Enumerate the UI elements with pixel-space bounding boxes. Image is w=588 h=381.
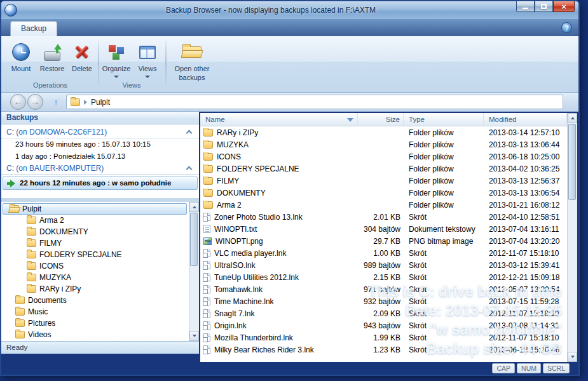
column-header-name[interactable]: Name [200,113,358,126]
file-name: SnagIt 7.lnk [214,309,254,318]
scrollbar-thumb[interactable] [190,213,198,266]
tree-item[interactable]: RARy i ZIPy [1,283,189,295]
app-icon[interactable] [4,4,17,17]
num-lock-indicator: NUM [517,363,541,373]
file-row[interactable]: RARy i ZIPy Folder plików 2013-03-14 12:… [200,126,567,138]
file-modified: 2013-06-18 15:10:46 [484,345,567,354]
file-list-scrollbar[interactable] [567,113,577,362]
file-row[interactable]: Milky Bear Riches Rider 3.lnk 1.23 KB Sk… [200,344,567,356]
file-name: TuneUp Utilities 2012.lnk [214,273,299,282]
scroll-down-button[interactable] [568,352,577,362]
backup-entry-selected[interactable]: 22 hours 12 minutes ago : w samo południ… [3,177,198,190]
tree-item[interactable]: Pictures [1,318,189,329]
help-icon[interactable]: ? [561,22,572,33]
scrollbar-thumb[interactable] [568,124,576,200]
minimize-button[interactable] [516,1,535,12]
file-row[interactable]: WINOPTI.txt 304 bajtów Dokument tekstowy… [200,223,567,235]
column-header-type[interactable]: Type [404,113,484,126]
file-row[interactable]: SnagIt 7.lnk 2.09 KB Skrót 2012-11-07 15… [200,307,567,319]
tree-item[interactable]: FILMY [1,237,189,249]
file-type: Folder plików [404,177,484,185]
collapse-chevron-icon[interactable] [186,130,193,137]
file-row[interactable]: WINOPTI.png 29.7 KB PNG bitmap image 201… [200,235,567,247]
tree-item[interactable]: FOLDERY SPECJALNE [1,249,189,260]
folder-icon [15,297,25,304]
file-name-cell: Mozilla Thunderbird.lnk [200,333,358,342]
scroll-up-button[interactable] [189,202,199,212]
tree-item[interactable]: Videos [1,329,189,340]
scroll-lock-indicator: SCRL [543,363,570,373]
views-button[interactable]: Views [133,39,161,78]
backup-group-row[interactable]: C: (on DOMOWA-C2C6F121) [1,126,199,138]
restore-button[interactable]: Restore [37,39,67,74]
file-name-cell: Zoner Photo Studio 13.lnk [200,213,358,222]
file-name-cell: MUZYKA [200,140,358,149]
tree-item[interactable]: MUZYKA [1,272,189,283]
column-header-modified[interactable]: Modified [484,113,567,126]
backup-group-title[interactable]: C: (on BAUER-KOMPUTER) [6,164,187,173]
file-type: Folder plików [404,164,484,173]
file-modified: 2012-04-10 12:58:51 [484,213,567,222]
file-row[interactable]: Origin.lnk 943 bajtów Skrót 2013-02-08 1… [200,319,567,331]
file-row[interactable]: Time Machine.lnk 932 bajtów Skrót 2013-0… [200,295,567,307]
scroll-down-button[interactable] [189,331,199,341]
file-row[interactable]: FILMY Folder plików 2013-03-13 12:56:37 [200,175,567,187]
delete-button[interactable]: Delete [69,39,95,74]
file-row[interactable]: TuneUp Utilities 2012.lnk 2.15 KB Skrót … [200,271,567,283]
tree-item[interactable]: Documents [1,295,189,306]
organize-button[interactable]: Organize [100,39,132,78]
tree-scrollbar[interactable] [189,202,199,341]
lnk-icon [203,273,210,281]
ribbon-separator [165,41,167,85]
file-row[interactable]: Zoner Photo Studio 13.lnk 2.01 KB Skrót … [200,211,567,223]
organize-icon [106,41,127,63]
minimize-icon [523,8,528,10]
scroll-up-button[interactable] [568,113,577,123]
file-row[interactable]: FOLDERY SPECJALNE Folder plików 2013-04-… [200,163,567,175]
file-row[interactable]: Mozilla Thunderbird.lnk 1.99 KB Skrót 20… [200,331,567,344]
file-row[interactable]: DOKUMENTY Folder plików 2013-03-13 13:06… [200,187,567,199]
tree-item[interactable]: DOKUMENTY [1,226,189,237]
tree-item-label: Arma 2 [39,216,64,225]
file-size: 2.01 KB [358,213,404,222]
folder-icon [203,165,213,173]
titlebar[interactable]: Backup Browser - now displaying backups … [1,1,578,19]
file-row[interactable]: Tomahawk.lnk 971 bajtów Skrót 2013-05-07… [200,283,567,295]
close-button[interactable]: × [553,1,575,12]
file-row[interactable]: UltraISO.lnk 989 bajtów Skrót 2013-03-12… [200,259,567,271]
file-row[interactable]: ICONS Folder plików 2013-06-18 10:25:00 [200,150,567,163]
backup-group-row[interactable]: C: (on BAUER-KOMPUTER) [1,163,199,175]
folder-tree: Pulpit Arma 2 DOKUMENTY FILMY FOLDERY SP… [1,202,189,341]
open-other-backups-button[interactable]: Open other backups [169,39,215,83]
file-name-cell: SnagIt 7.lnk [200,309,358,318]
file-row[interactable]: Arma 2 Folder plików 2013-01-21 16:08:12 [200,199,567,211]
file-name-cell: TuneUp Utilities 2012.lnk [200,273,358,282]
tree-item-label: Documents [28,296,67,305]
tree-item-label: Pictures [28,319,55,328]
forward-button[interactable]: → [27,94,43,110]
tree-item[interactable]: Arma 2 [1,215,189,226]
file-row[interactable]: MUZYKA Folder plików 2013-03-13 13:06:44 [200,138,567,150]
tab-backup[interactable]: Backup [10,21,57,36]
up-button[interactable]: ↑ [50,96,62,109]
file-type: Folder plików [404,189,484,197]
back-button[interactable]: ← [10,94,26,110]
tree-item[interactable]: Music [1,306,189,318]
collapse-chevron-icon[interactable] [186,166,193,173]
tree-item[interactable]: Pulpit [3,203,187,215]
backup-entry[interactable]: 1 day ago : Poniedziałek 15.07.13 [1,150,199,163]
backup-entry[interactable]: 23 hours 59 minutes ago : 15.07.13 10:15 [1,138,199,150]
file-row[interactable]: VLC media player.lnk 1.00 KB Skrót 2012-… [200,247,567,259]
file-name-cell: ICONS [200,152,358,161]
backup-group-title[interactable]: C: (on DOMOWA-C2C6F121) [6,128,187,137]
lnk-icon [203,213,210,221]
mount-button[interactable]: Mount [6,39,36,74]
maximize-button[interactable] [535,1,553,12]
column-header-size[interactable]: Size [358,113,404,126]
file-name: Tomahawk.lnk [214,285,263,294]
breadcrumb[interactable]: Pulpit [91,98,110,107]
tree-item[interactable]: ICONS [1,260,189,272]
chevron-down-icon [114,76,119,78]
tree-item-label: RARy i ZIPy [39,284,81,293]
address-bar[interactable]: Pulpit [66,95,563,109]
